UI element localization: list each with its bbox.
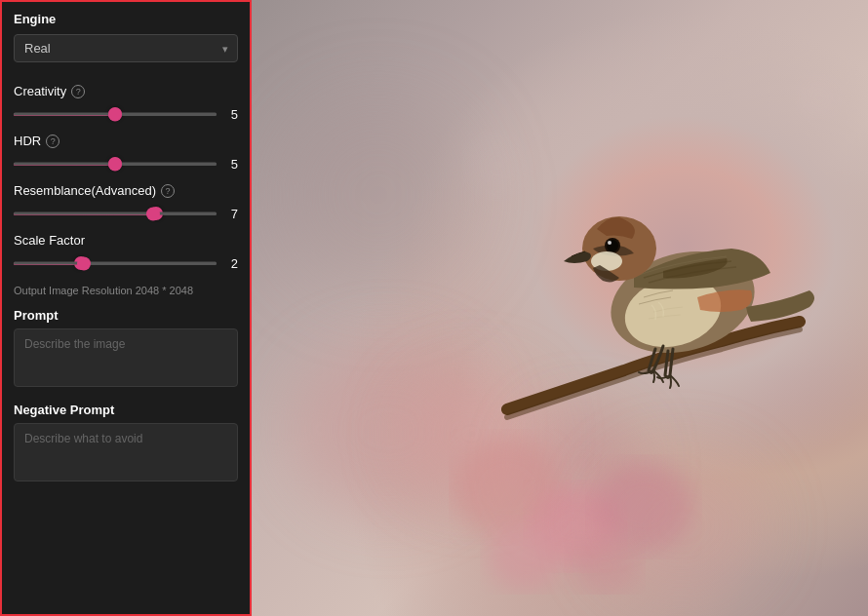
prompt-textarea[interactable] [14,328,238,387]
svg-point-3 [488,521,566,590]
negative-prompt-textarea[interactable] [14,423,238,481]
svg-point-12 [468,136,527,195]
scale-factor-slider-row: 2 [14,253,238,273]
creativity-value: 5 [224,107,238,122]
svg-point-10 [608,241,612,245]
resolution-row: Output Image Resolution 2048 * 2048 [14,285,238,296]
engine-select[interactable]: Real Creative Standard [14,34,238,62]
prompt-section: Prompt [14,308,238,391]
creativity-input[interactable] [14,113,217,116]
hdr-slider-container [14,154,217,173]
scale-factor-input[interactable] [14,262,217,265]
hdr-value: 5 [224,157,238,172]
creativity-help-icon[interactable]: ? [71,85,85,98]
resemblance-slider-container [14,204,217,223]
prompt-label: Prompt [14,308,238,323]
creativity-slider-container [14,104,217,124]
creativity-label: Creativity [14,84,66,98]
hdr-label: HDR [14,134,41,148]
resemblance-label: Resemblance(Advanced) [14,183,156,198]
bokeh-decoration [281,97,476,292]
engine-section: Engine Real Creative Standard ▾ [14,12,238,74]
scale-factor-value: 2 [224,256,238,271]
engine-dropdown-wrapper: Real Creative Standard ▾ [14,34,238,62]
hdr-slider-row: 5 [14,154,238,173]
resemblance-section: Resemblance(Advanced) ? 7 [14,183,238,223]
settings-panel: Engine Real Creative Standard ▾ Creativi… [0,0,252,616]
scale-factor-slider-container [14,253,217,273]
resemblance-help-icon[interactable]: ? [161,184,175,198]
svg-point-13 [800,78,839,117]
resemblance-header: Resemblance(Advanced) ? [14,183,238,198]
resolution-label: Output Image Resolution [14,285,136,296]
hdr-help-icon[interactable]: ? [46,135,59,148]
creativity-header: Creativity ? [14,84,238,98]
scale-factor-label: Scale Factor [14,233,85,248]
negative-prompt-section: Negative Prompt [14,403,238,485]
svg-point-4 [571,536,639,595]
engine-label: Engine [14,12,238,26]
resemblance-slider-row: 7 [14,204,238,223]
creativity-section: Creativity ? 5 [14,84,238,124]
resolution-value: 2048 * 2048 [136,285,193,296]
scale-factor-section: Scale Factor 2 [14,233,238,273]
negative-prompt-label: Negative Prompt [14,403,238,417]
bird-illustration [449,19,858,595]
image-panel [252,0,868,616]
hdr-input[interactable] [14,163,217,166]
creativity-slider-row: 5 [14,104,238,124]
hdr-section: HDR ? 5 [14,134,238,173]
resemblance-value: 7 [224,207,238,221]
scale-factor-header: Scale Factor [14,233,238,248]
bird-background [252,0,868,616]
resemblance-input[interactable] [14,212,217,215]
hdr-header: HDR ? [14,134,238,148]
